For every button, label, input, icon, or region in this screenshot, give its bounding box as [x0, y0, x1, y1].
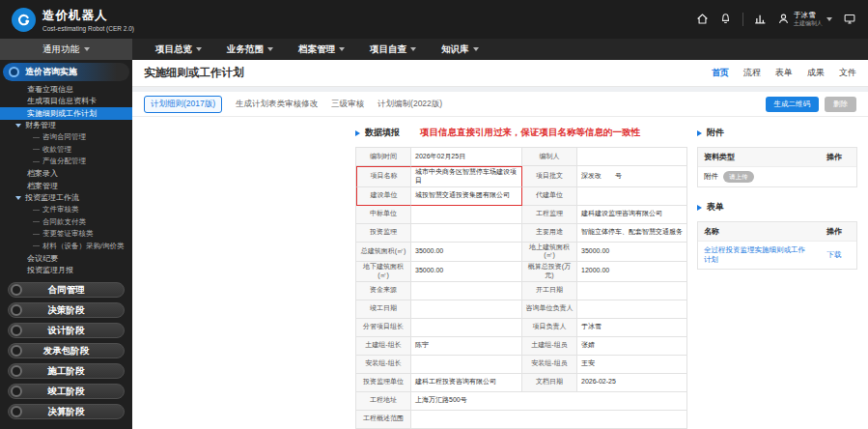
nav-menu-item[interactable]: 项目自查 — [370, 43, 416, 56]
form-value — [411, 206, 522, 224]
delete-button[interactable]: 删除 — [825, 97, 856, 112]
sidebar-item[interactable]: 实施细则或工作计划 — [0, 107, 132, 120]
stage-pill[interactable]: 发承包阶段 — [8, 343, 125, 358]
nav-menu: 项目总览 业务范围 档案管理 项目自查 — [132, 39, 479, 60]
sidebar-section-header[interactable]: 造价咨询实施 — [3, 63, 129, 81]
form-label: 编制时间 — [356, 148, 411, 166]
stage-pill[interactable]: 竣工阶段 — [8, 384, 125, 399]
nav-common-functions[interactable]: 通用功能 — [0, 39, 132, 60]
sidebar-item[interactable]: 档案录入 — [0, 168, 132, 181]
tree-line — [33, 161, 40, 162]
form-value: 建科建设监理咨询有限公司 — [577, 206, 687, 224]
section-title: 附件 — [707, 127, 724, 139]
form-row: 土建组-组长 陈宇 土建组-组员 张婧 — [356, 337, 687, 356]
sidebar-item[interactable]: 变更签证审核类 — [0, 228, 132, 241]
bell-icon[interactable] — [719, 13, 732, 25]
stage-pill[interactable]: 合同管理 — [8, 282, 125, 298]
chevron-down-icon — [410, 47, 416, 51]
tab-label: 计划编制(2022版) — [378, 99, 442, 108]
form-label: 项目名称 — [356, 166, 411, 187]
sidebar-item[interactable]: 材料（设备）采购/询价类 — [0, 241, 132, 253]
page-link-label: 首页 — [712, 68, 729, 77]
app-logo[interactable]: 造价机器人 Cost-estimating Robot (CER 2.0) — [12, 8, 134, 32]
sidebar-item[interactable]: 产值分配管理 — [0, 156, 132, 168]
sidebar-item[interactable]: 收款管理 — [0, 144, 132, 157]
table-row: 全过程投资监理实施细则或工作计划 下载 — [698, 241, 856, 269]
tab[interactable]: 计划细则(2017版) — [144, 96, 222, 113]
form-label: 概算总投资(万元) — [522, 262, 577, 282]
attachments-table: 资料类型 操作 附件 请上传 — [697, 147, 857, 187]
stage-pill-list: 合同管理 决策阶段 设计阶段 发承包阶段 — [0, 282, 132, 419]
page-link[interactable]: 流程 — [743, 67, 761, 79]
stage-pill[interactable]: 决算阶段 — [8, 404, 125, 419]
attachment-type-label: 附件 — [704, 172, 718, 182]
sidebar-item-label: 咨询合同管理 — [42, 132, 86, 142]
sidebar-item[interactable]: 生成项目信息资料卡 — [0, 96, 132, 108]
form-value: 35000.00 — [411, 243, 522, 263]
sidebar-item[interactable]: 投资监理月报 — [0, 265, 132, 277]
nav-menu-item[interactable]: 业务范围 — [227, 43, 273, 56]
nav-menu-item[interactable]: 档案管理 — [298, 43, 345, 56]
home-icon[interactable] — [696, 13, 709, 25]
sidebar-item[interactable]: 查看立项信息 — [0, 83, 132, 96]
stage-pill[interactable]: 设计阶段 — [8, 323, 125, 338]
upload-button[interactable]: 请上传 — [723, 171, 754, 183]
download-link[interactable]: 下载 — [827, 250, 842, 260]
sidebar-item[interactable]: 咨询合同管理 — [0, 131, 132, 144]
form-label: 工程监理 — [522, 206, 577, 224]
stage-pill[interactable]: 决策阶段 — [8, 302, 125, 318]
monitor-icon[interactable] — [843, 13, 856, 25]
chevron-down-icon — [15, 196, 21, 200]
sidebar-item[interactable]: 档案管理 — [0, 180, 132, 192]
page-link[interactable]: 首页 — [712, 67, 729, 79]
tab[interactable]: 三级审核 — [331, 99, 364, 110]
form-row: 投资监理 主要用途 智能立体停车、配套智慧交通服务 — [356, 224, 687, 243]
form-label: 投资监理 — [356, 224, 411, 243]
stage-pill[interactable]: 施工阶段 — [8, 363, 125, 379]
table-header-row: 名称 操作 — [698, 222, 856, 241]
form-row: 安装组-组长 安装组-组员 王安 — [356, 356, 687, 374]
form-label: 工程概述范围 — [356, 411, 411, 429]
user-menu[interactable]: 于冰雪 土建编制人 — [777, 12, 832, 27]
section-arrow-icon — [697, 130, 702, 136]
form-document-link[interactable]: 全过程投资监理实施细则或工作计划 — [704, 245, 806, 265]
ring-icon — [9, 67, 19, 77]
tab[interactable]: 计划编制(2022版) — [378, 99, 442, 110]
nav-menu-item[interactable]: 项目总览 — [155, 43, 202, 56]
sidebar-item-label: 投资监理月报 — [27, 265, 73, 275]
content-row: 数据填报 项目信息直接引用过来，保证项目名称等信息的一致性 编制时间 2026年… — [132, 117, 868, 429]
ring-icon — [11, 325, 22, 336]
form-value: 2026-02-25 — [577, 374, 687, 392]
tab[interactable]: 生成计划表类审核修改 — [236, 99, 318, 110]
chevron-down-icon — [339, 47, 345, 51]
sidebar-item[interactable]: 合同款支付类 — [0, 216, 132, 229]
sidebar-item[interactable]: 财务管理 — [0, 120, 132, 132]
form-label: 代建单位 — [522, 187, 577, 206]
building-icon[interactable] — [754, 13, 767, 25]
sidebar-item-label: 文件审核类 — [42, 205, 79, 214]
sidebar-item[interactable]: 会议纪要 — [0, 252, 132, 265]
page-link[interactable]: 成果 — [807, 67, 825, 79]
tree-line — [33, 149, 40, 150]
section-title: 数据填报 — [365, 127, 400, 139]
sidebar-item[interactable]: 文件审核类 — [0, 204, 132, 216]
column-header: 操作 — [812, 222, 856, 241]
tree-line — [33, 137, 40, 138]
sidebar-item-label: 查看立项信息 — [27, 84, 73, 95]
sidebar-item-label: 实施细则或工作计划 — [27, 108, 97, 119]
page-link[interactable]: 表单 — [775, 67, 793, 79]
chevron-down-icon — [15, 124, 21, 128]
forms-table: 名称 操作 全过程投资监理实施细则或工作计划 — [697, 221, 857, 270]
page-link[interactable]: 文件 — [839, 67, 856, 79]
stage-pill-label: 决策阶段 — [48, 304, 85, 317]
form-value — [577, 300, 687, 319]
sidebar-item-label: 档案录入 — [27, 168, 58, 179]
table-header-row: 资料类型 操作 — [698, 148, 856, 166]
nav-menu-item[interactable]: 知识库 — [441, 43, 479, 56]
form-row: 工程地址 上海万汇路500号 — [356, 392, 687, 411]
form-row: 总建筑面积(㎡) 35000.00 地上建筑面积(㎡) 35000.00 — [356, 243, 687, 263]
sidebar-item-label: 财务管理 — [25, 120, 56, 130]
sidebar-item[interactable]: 投资监理工作流 — [0, 192, 132, 205]
generate-qrcode-button[interactable]: 生成二维码 — [766, 97, 820, 112]
page-link-label: 流程 — [743, 68, 761, 77]
